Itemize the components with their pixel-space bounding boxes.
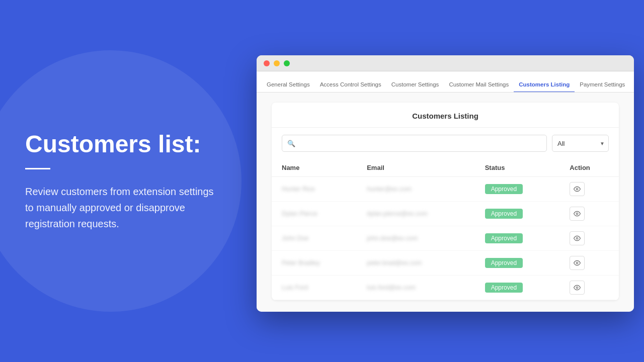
- cell-status: Approved: [475, 251, 560, 276]
- cell-status: Approved: [475, 276, 560, 300]
- status-badge: Approved: [485, 233, 523, 243]
- cell-status: Approved: [475, 226, 560, 251]
- cell-action: [559, 202, 619, 226]
- col-header-action: Action: [559, 159, 619, 177]
- browser-window: General Settings Access Control Settings…: [257, 55, 634, 312]
- col-header-name: Name: [272, 159, 357, 177]
- cell-action: [559, 226, 619, 251]
- filter-select[interactable]: All Approved Pending Disapproved: [552, 135, 609, 152]
- status-badge: Approved: [485, 283, 523, 293]
- cell-action: [559, 251, 619, 276]
- cell-name: Hunter Rice: [272, 177, 357, 202]
- search-icon: 🔍: [287, 140, 295, 147]
- status-badge: Approved: [485, 184, 523, 194]
- cell-name: John Doe: [272, 226, 357, 251]
- cell-name: Peter Bradley: [272, 251, 357, 276]
- cell-action: [559, 276, 619, 300]
- customers-panel: Customers Listing 🔍 All Approved Pending…: [272, 103, 619, 300]
- cell-email: dylan.pierce@ex.com: [357, 202, 474, 226]
- tab-access-control-settings[interactable]: Access Control Settings: [315, 77, 386, 93]
- view-button[interactable]: [570, 281, 585, 295]
- svg-point-3: [577, 262, 579, 264]
- customers-table: Name Email Status Action Hunter Ricehunt…: [272, 159, 619, 300]
- cell-email: john.doe@ex.com: [357, 226, 474, 251]
- content-area: Customers Listing 🔍 All Approved Pending…: [257, 93, 634, 312]
- view-button[interactable]: [570, 207, 585, 221]
- svg-point-1: [577, 213, 579, 215]
- svg-point-0: [577, 188, 579, 190]
- view-button[interactable]: [570, 231, 585, 245]
- cell-email: peter.brad@ex.com: [357, 251, 474, 276]
- page-title: Customers list:: [25, 130, 216, 158]
- cell-name: Dylan Pierce: [272, 202, 357, 226]
- minimize-button-icon[interactable]: [274, 60, 280, 66]
- table-row: Peter Bradleypeter.brad@ex.comApproved: [272, 251, 619, 276]
- maximize-button-icon[interactable]: [284, 60, 290, 66]
- col-header-status: Status: [475, 159, 560, 177]
- title-bar: [257, 55, 634, 71]
- tab-payment-settings[interactable]: Payment Settings: [575, 77, 630, 93]
- tab-customer-mail-settings[interactable]: Customer Mail Settings: [444, 77, 514, 93]
- tab-customer-settings[interactable]: Customer Settings: [386, 77, 444, 93]
- status-badge: Approved: [485, 209, 523, 219]
- cell-action: [559, 177, 619, 202]
- search-filter-row: 🔍 All Approved Pending Disapproved ▼: [272, 128, 619, 159]
- table-row: John Doejohn.doe@ex.comApproved: [272, 226, 619, 251]
- cell-email: hunter@ex.com: [357, 177, 474, 202]
- title-divider: [25, 168, 50, 169]
- status-badge: Approved: [485, 258, 523, 268]
- cell-name: Luis Ford: [272, 276, 357, 300]
- table-row: Hunter Ricehunter@ex.comApproved: [272, 177, 619, 202]
- col-header-email: Email: [357, 159, 474, 177]
- svg-point-4: [577, 287, 579, 289]
- view-button[interactable]: [570, 256, 585, 270]
- panel-title: Customers Listing: [272, 103, 619, 128]
- svg-point-2: [577, 237, 579, 239]
- view-button[interactable]: [570, 182, 585, 196]
- table-row: Luis Fordluis.ford@ex.comApproved: [272, 276, 619, 300]
- page-description: Review customers from extension settings…: [25, 184, 216, 232]
- table-row: Dylan Piercedylan.pierce@ex.comApproved: [272, 202, 619, 226]
- search-box[interactable]: 🔍: [282, 135, 547, 152]
- cell-status: Approved: [475, 177, 560, 202]
- tab-customers-listing[interactable]: Customers Listing: [514, 77, 575, 93]
- cell-email: luis.ford@ex.com: [357, 276, 474, 300]
- close-button-icon[interactable]: [264, 60, 270, 66]
- cell-status: Approved: [475, 202, 560, 226]
- tab-bar: General Settings Access Control Settings…: [257, 71, 634, 93]
- left-panel: Customers list: Review customers from ex…: [0, 0, 242, 362]
- filter-wrapper: All Approved Pending Disapproved ▼: [552, 135, 609, 152]
- tab-general-settings[interactable]: General Settings: [262, 77, 315, 93]
